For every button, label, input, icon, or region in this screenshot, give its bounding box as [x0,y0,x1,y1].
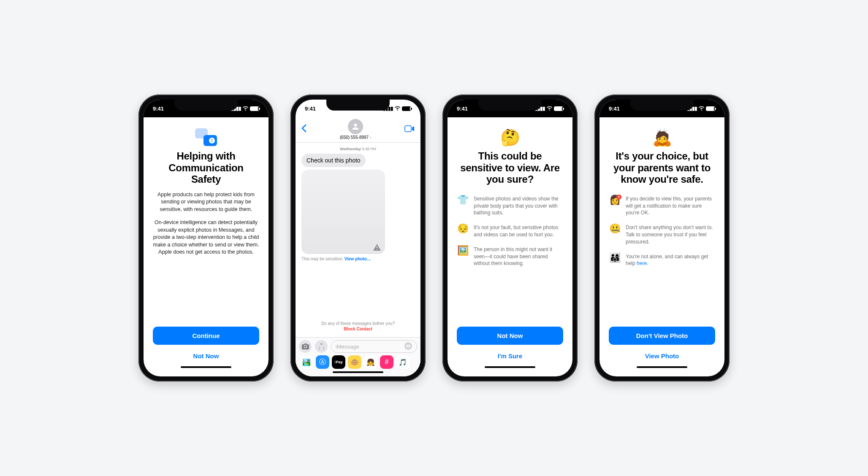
hashtag-app-icon[interactable]: # [380,355,393,369]
sensitive-caption: This may be sensitive. View photo… [301,257,415,261]
list-item: 🖼️ The person in this might not want it … [457,246,563,267]
memoji-app-icon[interactable]: 🐵 [348,355,361,369]
message-input[interactable]: iMessage [331,340,417,353]
help-link[interactable]: here. [637,260,648,266]
notch [174,100,238,111]
page-title: It's your choice, but your parents want … [609,150,715,185]
facetime-button[interactable] [404,124,415,134]
list-item: 👨‍👩‍👧 You're not alone, and can always g… [609,253,715,268]
wifi-icon [546,105,553,112]
list-item: 👩 1 If you decide to view this, your par… [609,195,715,216]
shush-icon: 🤐 [609,224,621,233]
contact-header[interactable]: (650) 555-8997 [340,119,372,140]
status-time: 9:41 [457,105,468,112]
dictation-icon[interactable] [404,342,412,352]
list-item: 👕 Sensitive photos and videos show the p… [457,195,563,216]
report-footer: Do any of these messages bother you? Blo… [301,321,415,331]
back-button[interactable] [301,124,307,135]
not-now-button[interactable]: Not Now [457,327,563,345]
intro-paragraph-1: Apple products can help protect kids fro… [153,191,259,214]
status-time: 9:41 [153,105,164,112]
appstore-button[interactable] [315,340,328,353]
iphone-frame: 9:41 ▮▮▮▮ 🤔 This could be sensitive to v… [442,95,578,381]
home-indicator[interactable] [485,366,535,368]
home-indicator[interactable] [181,366,231,368]
notch [630,100,694,111]
message-timestamp: Wednesday 5:38 PM [301,147,415,151]
list-item: 😔 It's not your fault, but sensitive pho… [457,224,563,238]
page-title: Helping with Communication Safety [153,150,259,185]
family-icon: 👨‍👩‍👧 [609,253,621,262]
parent-avatar-icon: 👩 1 [609,195,621,205]
iphone-frame: 9:41 ▮▮▮▮ 🙇 It's your choice, but your p… [594,95,730,381]
communication-safety-icon: ! [195,128,217,146]
music-app-icon[interactable]: 🎵 [396,355,410,369]
status-time: 9:41 [305,105,316,112]
compose-bar: iMessage 🏞️ Ⓐ Pay 🐵 👧 # 🎵 [296,337,420,376]
home-indicator[interactable] [333,371,383,373]
view-photo-link[interactable]: View photo… [344,257,371,261]
svg-rect-0 [405,126,411,132]
status-time: 9:41 [609,105,620,112]
bow-emoji-icon: 🙇 [652,128,672,147]
camera-button[interactable] [299,340,312,353]
applepay-app-icon[interactable]: Pay [332,355,345,369]
bullet-list: 👩 1 If you decide to view this, your par… [609,195,715,275]
page-title: This could be sensitive to view. Are you… [457,150,563,185]
battery-icon [706,106,715,111]
incoming-message[interactable]: Check out this photo [301,154,366,167]
avatar-icon [348,119,363,134]
clothing-icon: 👕 [457,195,469,205]
wifi-icon [698,105,705,112]
warning-icon [373,244,381,251]
notch [478,100,542,111]
stickers-app-icon[interactable]: 👧 [364,355,377,369]
battery-icon [402,106,411,111]
wifi-icon [242,105,249,112]
iphone-frame: 9:41 ▮▮▮▮ ! Helping with Communication S… [138,95,274,381]
intro-paragraph-2: On-device intelligence can detect potent… [153,219,259,256]
im-sure-link[interactable]: I'm Sure [457,347,563,365]
thinking-emoji-icon: 🤔 [500,128,520,147]
notch [326,100,390,111]
wifi-icon [394,105,401,112]
battery-icon [554,106,563,111]
not-now-link[interactable]: Not Now [153,347,259,365]
battery-icon [250,106,259,111]
home-indicator[interactable] [637,366,687,368]
app-drawer[interactable]: 🏞️ Ⓐ Pay 🐵 👧 # 🎵 [299,353,417,370]
list-item: 🤐 Don't share anything you don't want to… [609,224,715,245]
appstore-app-icon[interactable]: Ⓐ [316,355,329,369]
continue-button[interactable]: Continue [153,327,259,345]
dont-view-button[interactable]: Don't View Photo [609,327,715,345]
photos-app-icon[interactable]: 🏞️ [300,355,313,369]
svg-point-1 [404,342,412,350]
iphone-frame: 9:41 ▮▮▮▮ [290,95,426,381]
picture-icon: 🖼️ [457,246,469,255]
view-photo-link[interactable]: View Photo [609,347,715,365]
sad-icon: 😔 [457,224,469,233]
block-contact-link[interactable]: Block Contact [301,327,415,331]
contact-phone-number: (650) 555-8997 [340,135,372,140]
bullet-list: 👕 Sensitive photos and videos show the p… [457,195,563,275]
blurred-image-attachment[interactable] [301,170,385,254]
